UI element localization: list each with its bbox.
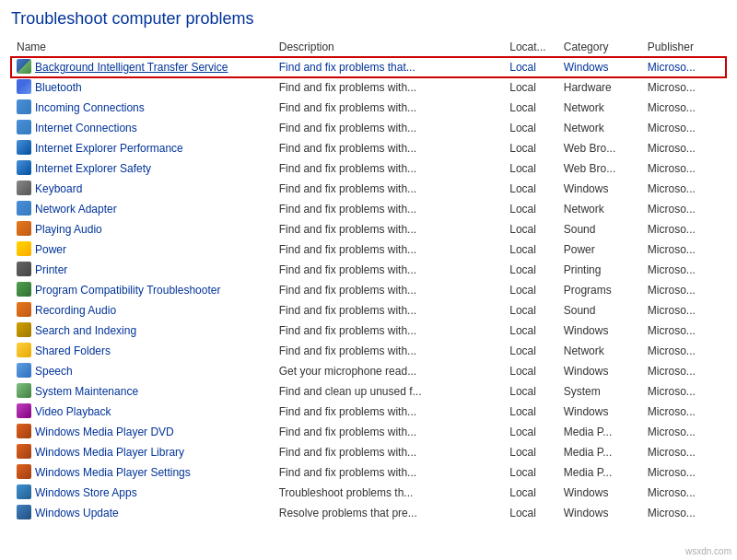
row-name-label: Windows Media Player DVD	[35, 424, 174, 440]
row-name-label: Internet Explorer Performance	[35, 140, 183, 157]
table-row[interactable]: BluetoothFind and fix problems with...Lo…	[11, 77, 726, 98]
row-name-label: Recording Audio	[35, 302, 116, 319]
row-publisher-cell: Microso...	[642, 300, 726, 321]
row-publisher-cell: Microso...	[642, 422, 726, 442]
row-icon	[17, 505, 31, 519]
row-desc-cell: Find and fix problems with...	[274, 260, 505, 280]
table-row[interactable]: Search and IndexingFind and fix problems…	[11, 321, 726, 341]
row-location-cell: Local	[504, 341, 557, 361]
row-category-cell: System	[558, 381, 642, 402]
col-header-cat[interactable]: Category	[558, 38, 642, 57]
table-row[interactable]: Background Intelligent Transfer ServiceF…	[11, 57, 726, 78]
table-row[interactable]: Windows UpdateResolve problems that pre.…	[11, 503, 726, 523]
table-row[interactable]: KeyboardFind and fix problems with...Loc…	[11, 179, 726, 199]
col-header-loc[interactable]: Locat...	[504, 38, 557, 57]
row-name-cell: Windows Media Player Settings	[11, 462, 274, 483]
row-name-cell: Printer	[11, 260, 274, 280]
row-location-cell: Local	[504, 321, 557, 341]
row-location-cell: Local	[504, 361, 557, 381]
row-name-label: Incoming Connections	[35, 99, 145, 116]
table-row[interactable]: Network AdapterFind and fix problems wit…	[11, 199, 726, 219]
row-category-cell: Media P...	[558, 422, 642, 442]
table-row[interactable]: Shared FoldersFind and fix problems with…	[11, 341, 726, 361]
table-row[interactable]: Playing AudioFind and fix problems with.…	[11, 219, 726, 239]
row-name-cell: Internet Explorer Performance	[11, 138, 274, 158]
row-name-label: Search and Indexing	[35, 322, 136, 339]
row-publisher-cell: Microso...	[642, 98, 726, 118]
row-desc-cell: Find and fix problems with...	[274, 158, 505, 179]
row-name-cell: Network Adapter	[11, 199, 274, 219]
table-row[interactable]: Windows Media Player LibraryFind and fix…	[11, 442, 726, 462]
row-publisher-cell: Microso...	[642, 503, 726, 523]
table-row[interactable]: Recording AudioFind and fix problems wit…	[11, 300, 726, 321]
troubleshoot-table: Name Description Locat... Category Publi…	[11, 38, 726, 523]
table-row[interactable]: SpeechGet your microphone read...LocalWi…	[11, 361, 726, 381]
row-desc-cell: Find and fix problems with...	[274, 219, 505, 239]
row-category-cell: Windows	[558, 503, 642, 523]
table-row[interactable]: Windows Media Player DVDFind and fix pro…	[11, 422, 726, 442]
row-name-label: Video Playback	[35, 403, 111, 420]
row-publisher-cell: Microso...	[642, 179, 726, 199]
col-header-pub[interactable]: Publisher	[642, 38, 726, 57]
row-name-label: Bluetooth	[35, 79, 82, 96]
table-row[interactable]: Internet Explorer SafetyFind and fix pro…	[11, 158, 726, 179]
row-name-label: Windows Store Apps	[35, 484, 137, 501]
row-desc-cell: Find and fix problems with...	[274, 239, 505, 260]
row-name-label: Speech	[35, 363, 73, 379]
col-header-desc[interactable]: Description	[274, 38, 505, 57]
row-location-cell: Local	[504, 199, 557, 219]
row-category-cell: Programs	[558, 280, 642, 300]
page-title: Troubleshoot computer problems	[11, 9, 726, 29]
row-icon	[17, 120, 31, 134]
table-row[interactable]: Video PlaybackFind and fix problems with…	[11, 402, 726, 422]
row-name-cell: Incoming Connections	[11, 98, 274, 118]
row-publisher-cell: Microso...	[642, 239, 726, 260]
table-row[interactable]: Internet Explorer PerformanceFind and fi…	[11, 138, 726, 158]
row-category-cell: Hardware	[558, 77, 642, 98]
row-icon	[17, 241, 31, 256]
row-desc-cell: Find and fix problems with...	[274, 442, 505, 462]
table-container: Name Description Locat... Category Publi…	[11, 38, 726, 523]
table-row[interactable]: PrinterFind and fix problems with...Loca…	[11, 260, 726, 280]
row-publisher-cell: Microso...	[642, 462, 726, 483]
row-location-cell: Local	[504, 77, 557, 98]
page-container: Troubleshoot computer problems Name Desc…	[0, 0, 737, 532]
row-desc-cell: Find and fix problems that...	[274, 57, 505, 78]
row-name-label: Windows Media Player Settings	[35, 464, 191, 481]
row-category-cell: Web Bro...	[558, 158, 642, 179]
row-publisher-cell: Microso...	[642, 199, 726, 219]
row-name-label: Internet Connections	[35, 120, 137, 136]
row-category-cell: Windows	[558, 321, 642, 341]
row-publisher-cell: Microso...	[642, 321, 726, 341]
table-header-row: Name Description Locat... Category Publi…	[11, 38, 726, 57]
row-category-cell: Network	[558, 341, 642, 361]
row-category-cell: Web Bro...	[558, 138, 642, 158]
table-row[interactable]: PowerFind and fix problems with...LocalP…	[11, 239, 726, 260]
table-row[interactable]: Windows Media Player SettingsFind and fi…	[11, 462, 726, 483]
row-desc-cell: Find and fix problems with...	[274, 199, 505, 219]
row-name-label: Background Intelligent Transfer Service	[35, 59, 228, 76]
row-desc-cell: Resolve problems that pre...	[274, 503, 505, 523]
row-name-label: Network Adapter	[35, 201, 117, 217]
row-icon	[17, 302, 31, 317]
row-category-cell: Network	[558, 118, 642, 138]
row-desc-cell: Find and fix problems with...	[274, 280, 505, 300]
table-row[interactable]: Internet ConnectionsFind and fix problem…	[11, 118, 726, 138]
col-header-name[interactable]: Name	[11, 38, 274, 57]
row-name-cell: Video Playback	[11, 402, 274, 422]
row-publisher-cell: Microso...	[642, 158, 726, 179]
table-row[interactable]: Incoming ConnectionsFind and fix problem…	[11, 98, 726, 118]
row-name-label: System Maintenance	[35, 383, 138, 400]
table-row[interactable]: Windows Store AppsTroubleshoot problems …	[11, 483, 726, 503]
row-name-cell: Bluetooth	[11, 77, 274, 98]
row-name-label: Windows Update	[35, 505, 119, 521]
row-location-cell: Local	[504, 483, 557, 503]
table-row[interactable]: System MaintenanceFind and clean up unus…	[11, 381, 726, 402]
row-publisher-cell: Microso...	[642, 341, 726, 361]
table-row[interactable]: Program Compatibility TroubleshooterFind…	[11, 280, 726, 300]
row-desc-cell: Get your microphone read...	[274, 361, 505, 381]
row-name-cell: Speech	[11, 361, 274, 381]
row-desc-cell: Find and fix problems with...	[274, 300, 505, 321]
row-category-cell: Media P...	[558, 462, 642, 483]
row-location-cell: Local	[504, 402, 557, 422]
